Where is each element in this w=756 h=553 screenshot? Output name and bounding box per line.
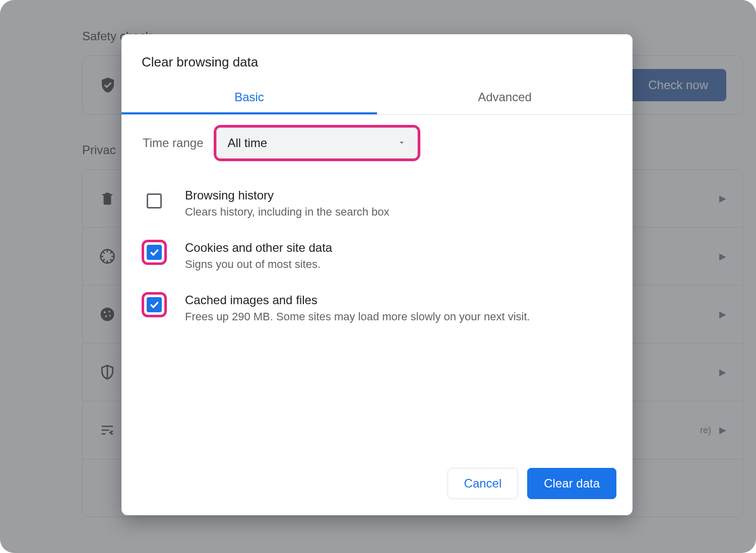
tab-advanced[interactable]: Advanced xyxy=(377,82,633,114)
checkbox-container xyxy=(142,188,167,214)
dropdown-arrow-icon xyxy=(397,136,406,150)
clear-browsing-data-dialog: Clear browsing data Basic Advanced Time … xyxy=(121,34,633,515)
option-title: Browsing history xyxy=(185,188,390,202)
time-range-highlight: All time xyxy=(214,125,420,161)
option-title: Cookies and other site data xyxy=(185,241,332,255)
cancel-button[interactable]: Cancel xyxy=(448,468,519,499)
checkbox-cached[interactable] xyxy=(147,297,162,312)
checkbox-highlight xyxy=(142,240,167,265)
dialog-title: Clear browsing data xyxy=(121,34,633,82)
option-row: Cookies and other site dataSigns you out… xyxy=(142,232,612,276)
time-range-label: Time range xyxy=(142,136,204,150)
option-text: Cookies and other site dataSigns you out… xyxy=(185,241,332,271)
option-row: Cached images and filesFrees up 290 MB. … xyxy=(142,284,612,328)
checkbox-browsing[interactable] xyxy=(147,193,162,209)
option-description: Clears history, including in the search … xyxy=(185,205,390,219)
checkbox-highlight xyxy=(142,292,167,317)
option-row: Browsing historyClears history, includin… xyxy=(142,179,612,224)
option-description: Frees up 290 MB. Some sites may load mor… xyxy=(185,310,530,323)
time-range-select[interactable]: All time xyxy=(216,127,418,159)
dialog-tabs: Basic Advanced xyxy=(121,82,633,115)
option-title: Cached images and files xyxy=(185,293,530,307)
checkbox-cookies[interactable] xyxy=(147,245,162,260)
option-text: Cached images and filesFrees up 290 MB. … xyxy=(185,293,530,323)
clear-data-button[interactable]: Clear data xyxy=(527,468,616,499)
option-description: Signs you out of most sites. xyxy=(185,258,332,271)
option-text: Browsing historyClears history, includin… xyxy=(185,188,390,219)
tab-basic[interactable]: Basic xyxy=(121,82,377,114)
time-range-value: All time xyxy=(228,136,268,150)
